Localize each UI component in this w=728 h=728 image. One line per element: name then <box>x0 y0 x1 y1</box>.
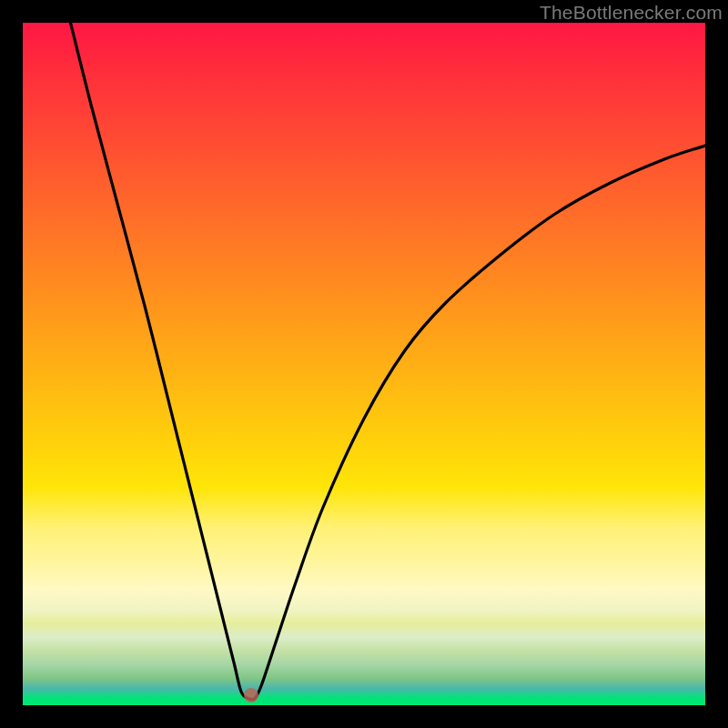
watermark-text: TheBottlenecker.com <box>540 2 723 24</box>
chart-container <box>23 23 705 705</box>
optimum-marker-dot <box>244 688 258 703</box>
bottleneck-curve <box>23 23 705 705</box>
